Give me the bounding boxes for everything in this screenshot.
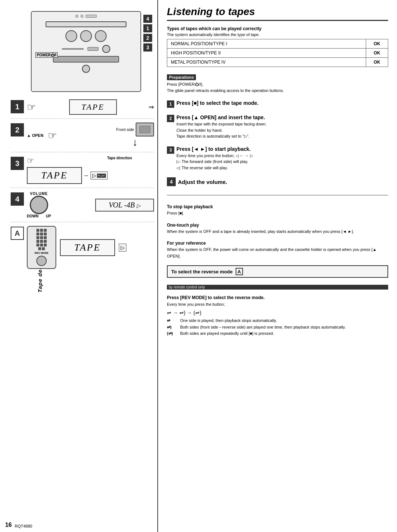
step-3-tape-display: TAPE	[27, 167, 82, 184]
remote-big-btn[interactable]	[36, 256, 47, 266]
reference-text: When the system is OFF, the power will c…	[167, 247, 388, 259]
tape-holder-graphic	[136, 123, 154, 136]
r-step-3-detail-2: ◁: The reverse side will play.	[176, 165, 253, 171]
remote-btn-8	[40, 236, 43, 239]
step-a-content: REV MODE TAPE ▷	[27, 226, 154, 269]
play-badge: PLAY	[97, 174, 106, 178]
r-step-4: 4 Adjust the volume.	[167, 177, 388, 186]
left-panel: Tape deck operations	[0, 0, 158, 532]
r-step-3-detail-1: ▷: The forward side (front side) will pl…	[176, 159, 253, 165]
reference-section: For your reference When the system is OF…	[167, 238, 388, 259]
step-1-content: ☞ TAPE ⇒	[27, 99, 154, 115]
r-step-3-subtext: Every time you press the button; ◁ ← → ▷…	[176, 153, 253, 171]
step-4-num: 4	[11, 192, 24, 206]
remote-btn-14	[40, 244, 43, 247]
step-4-content: VOLUME DOWN UP VOL -4B ▷	[27, 192, 154, 218]
mode-sequence: ⇌ → ⇌) → (⇌)	[167, 310, 388, 316]
tape-status-1: OK	[366, 39, 388, 49]
power-label[interactable]: POWER⏻/I	[35, 52, 58, 58]
one-touch-text: When the system is OFF and a tape is alr…	[167, 228, 388, 235]
r-step-3-text: Press [◄ ►] to start playback. Every tim…	[176, 146, 253, 171]
device-buttons-row	[65, 30, 107, 42]
remote-btn-6	[44, 233, 47, 235]
device-btn-2[interactable]	[80, 30, 92, 42]
page-number: 16	[5, 522, 12, 528]
page-title: Listening to tapes	[167, 6, 388, 21]
prep-line2: The glide panel retracts enabling access…	[167, 88, 388, 94]
remote-btn-15	[44, 244, 47, 247]
num-3: 3	[143, 43, 152, 52]
step-2-content: ▲ OPEN ☞ Front side ↓	[27, 123, 154, 148]
r-step-3-detail-0: Every time you press the button; ◁ ← → ▷	[176, 153, 253, 159]
r-step-2-num: 2	[167, 115, 174, 122]
device-illustration: POWER⏻/I	[31, 11, 141, 92]
down-up-row: DOWN UP	[27, 214, 51, 218]
one-touch-section: One-touch play When the system is OFF an…	[167, 220, 388, 235]
remote-btn-16	[38, 247, 41, 250]
step-1-tape-display: TAPE	[69, 99, 117, 115]
mode-row-0: ⇌ One side is played, then playback stop…	[167, 318, 388, 324]
tape-type-3: METAL POSITION/TYPE IV	[167, 58, 366, 67]
r-step-1-num: 1	[167, 100, 174, 108]
step-2-num: 2	[11, 123, 24, 136]
tape-status-3: OK	[366, 58, 388, 67]
remote-btn-2	[40, 229, 43, 232]
mode-row-1: ⇌) Both sides (front side→reverse side) …	[167, 324, 388, 331]
right-panel: Listening to tapes Types of tapes which …	[158, 0, 397, 532]
tape-types-subheading: The system automatically identifies the …	[167, 32, 388, 37]
device-small-btn-2[interactable]	[82, 65, 90, 73]
divider-1	[167, 195, 388, 195]
device-btn-1[interactable]	[65, 30, 77, 42]
vol-knob[interactable]	[30, 196, 48, 214]
led-dot-2	[81, 15, 83, 18]
r-step-2-subtext: Insert the tape with the exposed tape fa…	[176, 121, 267, 139]
remote-btn-1	[36, 229, 39, 232]
num-1: 1	[143, 24, 152, 32]
step-1-num: 1	[11, 100, 24, 113]
hand-icon-1: ☞	[27, 101, 36, 113]
mode-icon-2: (⇌)	[167, 330, 178, 337]
steps-section: 1 ☞ TAPE ⇒ 2 ▲ OPEN ☞	[11, 96, 154, 273]
up-label: UP	[46, 214, 51, 218]
by-remote-badge: by remote control only	[167, 285, 388, 290]
r-step-1-heading: Press [■] to select the tape mode.	[176, 100, 258, 106]
hand-icon-3: ☞	[27, 156, 34, 166]
remote-btn-12	[44, 240, 47, 243]
reverse-mode-heading: To select the reverse mode	[171, 269, 233, 274]
rev-mode-sequence-text: Every time you press the button;	[167, 301, 388, 308]
num-2: 2	[143, 34, 152, 42]
one-touch-heading: One-touch play	[167, 223, 388, 228]
step-1-block: 1 ☞ TAPE ⇒	[11, 96, 154, 119]
device-btn-3[interactable]	[95, 30, 107, 42]
reverse-mode-a: A	[236, 268, 243, 275]
tape-row-1: NORMAL POSITION/TYPE I OK	[167, 39, 388, 49]
r-step-3-num: 3	[167, 146, 174, 154]
step-4-block: 4 VOLUME DOWN UP VOL -4B ▷	[11, 188, 154, 222]
hand-icon-2: ☞	[48, 130, 57, 142]
stop-playback-heading: To stop tape playback	[167, 204, 388, 209]
vol-display-area: VOL -4B ▷	[95, 199, 154, 212]
tape-direction-label: Tape direction	[107, 156, 132, 160]
step-a-num: A	[11, 227, 24, 240]
vol-display: VOL -4B ▷	[95, 199, 154, 212]
remote-btn-4	[36, 233, 39, 235]
cassette-slot	[46, 21, 126, 27]
step-1-direction: ⇒	[149, 103, 154, 111]
r-step-2: 2 Press [▲ OPEN] and insert the tape. In…	[167, 114, 388, 139]
device-small-btn[interactable]	[102, 45, 110, 53]
tape-status-2: OK	[366, 49, 388, 58]
remote-btn-9	[44, 236, 47, 239]
stop-playback-section: To stop tape playback Press [■].	[167, 202, 388, 217]
step-2-block: 2 ▲ OPEN ☞ Front side ↓	[11, 119, 154, 152]
r-step-2-detail-0: Insert the tape with the exposed tape fa…	[176, 121, 267, 127]
prep-line1: Press [POWER⏻/I].	[167, 81, 388, 88]
mode-icons: ⇌ One side is played, then playback stop…	[167, 318, 388, 337]
vol-knob-area: VOLUME DOWN UP	[27, 192, 51, 218]
num-4: 4	[143, 15, 152, 23]
tape-type-2: HIGH POSITION/TYPE II	[167, 49, 366, 58]
remote-btn-17	[42, 247, 45, 250]
mode-desc-1: Both sides (front side→reverse side) are…	[180, 324, 346, 331]
step-a-block: A	[11, 222, 154, 273]
play-badge-4: ▷	[136, 203, 140, 209]
rqt-label: RQT4880	[15, 524, 32, 528]
